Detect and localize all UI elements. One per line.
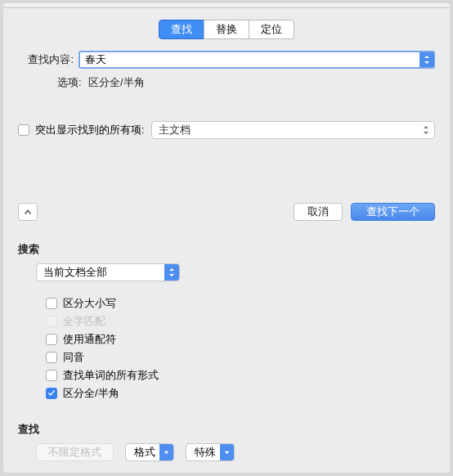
whole-word-label: 全字匹配 xyxy=(63,314,105,329)
find-input-combo[interactable] xyxy=(78,51,435,69)
collapse-button[interactable] xyxy=(18,203,38,221)
wildcards-label: 使用通配符 xyxy=(63,332,116,347)
options-label: 选项: xyxy=(57,75,85,90)
cancel-button[interactable]: 取消 xyxy=(294,203,343,221)
find-history-dropdown[interactable] xyxy=(419,52,434,67)
chevron-down-icon xyxy=(159,444,173,460)
find-input[interactable] xyxy=(78,51,435,69)
match-case-checkbox[interactable] xyxy=(46,298,57,309)
options-value: 区分全/半角 xyxy=(88,75,145,90)
updown-icon xyxy=(424,56,430,64)
highlight-scope-value: 主文档 xyxy=(159,123,191,137)
homophone-label: 同音 xyxy=(63,350,84,365)
find-section-title: 查找 xyxy=(18,422,435,437)
chevron-up-icon xyxy=(24,209,32,215)
tab-replace[interactable]: 替换 xyxy=(204,20,249,39)
highlight-all-checkbox[interactable] xyxy=(18,124,29,136)
fullwidth-label: 区分全/半角 xyxy=(63,386,119,401)
tab-bar: 查找 替换 定位 xyxy=(18,20,435,39)
updown-icon xyxy=(164,264,179,281)
search-scope-select[interactable]: 当前文档全部 xyxy=(36,263,180,281)
highlight-all-label: 突出显示找到的所有项: xyxy=(35,123,145,137)
find-replace-dialog: 查找 替换 定位 查找内容: 选项: 区分全/半角 突出显示找到的所有项: xyxy=(3,3,450,473)
special-select-label: 特殊 xyxy=(195,445,216,460)
whole-word-checkbox xyxy=(46,316,57,327)
search-section-title: 搜索 xyxy=(18,242,435,257)
find-next-button[interactable]: 查找下一个 xyxy=(351,203,435,221)
format-select-label: 格式 xyxy=(134,445,155,460)
chevron-down-icon xyxy=(220,444,234,460)
search-scope-value: 当前文档全部 xyxy=(43,265,107,280)
tab-find[interactable]: 查找 xyxy=(159,20,204,39)
special-select[interactable]: 特殊 xyxy=(186,443,235,461)
tab-goto[interactable]: 定位 xyxy=(249,20,294,39)
homophone-checkbox[interactable] xyxy=(46,352,57,363)
find-label: 查找内容: xyxy=(18,52,74,67)
format-select[interactable]: 格式 xyxy=(125,443,174,461)
all-forms-label: 查找单词的所有形式 xyxy=(63,368,159,383)
updown-icon xyxy=(423,124,429,137)
fullwidth-checkbox[interactable] xyxy=(46,388,57,399)
match-case-label: 区分大小写 xyxy=(63,296,116,311)
highlight-scope-select[interactable]: 主文档 xyxy=(151,121,435,139)
check-icon xyxy=(47,389,56,397)
all-forms-checkbox[interactable] xyxy=(46,370,57,381)
no-format-button: 不限定格式 xyxy=(36,443,114,461)
wildcards-checkbox[interactable] xyxy=(46,334,57,345)
